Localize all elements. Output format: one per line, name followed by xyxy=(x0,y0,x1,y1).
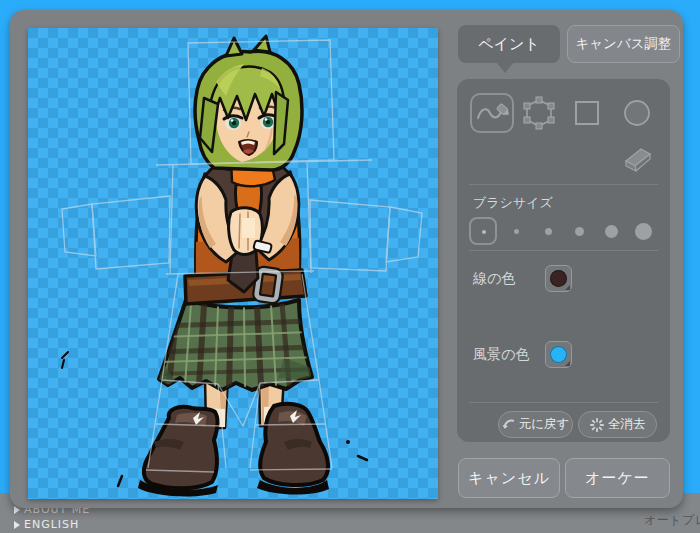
eraser-tool-button[interactable] xyxy=(615,137,659,177)
brush-size-option-6[interactable] xyxy=(635,223,652,240)
tab-paint[interactable]: ペイント xyxy=(458,25,560,63)
tab-canvas-adjust-label: キャンバス調整 xyxy=(575,35,671,53)
polygon-tool-button[interactable] xyxy=(517,93,561,133)
cancel-label: キャンセル xyxy=(468,469,550,488)
divider xyxy=(469,250,658,251)
scenery-color-swatch[interactable] xyxy=(545,341,572,368)
ellipse-tool-button[interactable] xyxy=(615,93,659,133)
brush-size-label: ブラシサイズ xyxy=(473,194,553,212)
divider xyxy=(469,402,658,403)
english-link[interactable]: ENGLISH xyxy=(14,518,79,531)
english-label: ENGLISH xyxy=(24,518,79,531)
divider xyxy=(469,184,658,185)
ok-button[interactable]: オーケー xyxy=(565,458,670,498)
cancel-button[interactable]: キャンセル xyxy=(458,458,560,498)
brush-size-option-4[interactable] xyxy=(575,227,584,236)
brush-size-option-3[interactable] xyxy=(545,228,552,235)
swatch-corner-arrow-icon xyxy=(565,361,570,366)
paint-dialog-window: ペイント キャンバス調整 xyxy=(10,10,683,508)
undo-button[interactable]: 元に戻す xyxy=(498,411,573,438)
brush-size-option-1[interactable] xyxy=(469,217,497,245)
tab-paint-label: ペイント xyxy=(478,35,539,54)
paint-dialog-screen: ABOUT ME ENGLISH オートプレイ xyxy=(0,0,700,533)
eraser-icon xyxy=(619,142,655,172)
brush-size-option-2[interactable] xyxy=(514,229,519,234)
undo-arrow-icon xyxy=(502,418,515,431)
polygon-icon xyxy=(521,96,557,130)
freehand-pen-icon xyxy=(475,100,509,126)
swatch-corner-arrow-icon xyxy=(565,285,570,290)
freehand-tool-button[interactable] xyxy=(470,93,514,133)
clear-all-button[interactable]: 全消去 xyxy=(578,411,657,438)
paint-tool-panel: ブラシサイズ 線の色 風景の色 xyxy=(457,79,670,442)
tab-canvas-adjust[interactable]: キャンバス調整 xyxy=(567,25,680,63)
drawing-canvas[interactable] xyxy=(28,28,438,499)
ok-label: オーケー xyxy=(585,469,650,488)
undo-label: 元に戻す xyxy=(519,416,570,433)
clear-all-label: 全消去 xyxy=(608,416,646,433)
ellipse-icon xyxy=(621,97,653,129)
brush-dot-icon xyxy=(482,230,486,234)
line-color-swatch[interactable] xyxy=(545,265,572,292)
character-drawing xyxy=(28,28,438,499)
brush-size-option-5[interactable] xyxy=(605,225,618,238)
autoplay-label[interactable]: オートプレイ xyxy=(644,512,700,529)
scenery-color-label: 風景の色 xyxy=(473,346,529,364)
line-color-label: 線の色 xyxy=(473,270,515,288)
arrow-icon xyxy=(14,521,20,529)
sparkle-burst-icon xyxy=(590,418,604,432)
rectangle-tool-button[interactable] xyxy=(565,93,609,133)
rectangle-icon xyxy=(572,98,602,128)
